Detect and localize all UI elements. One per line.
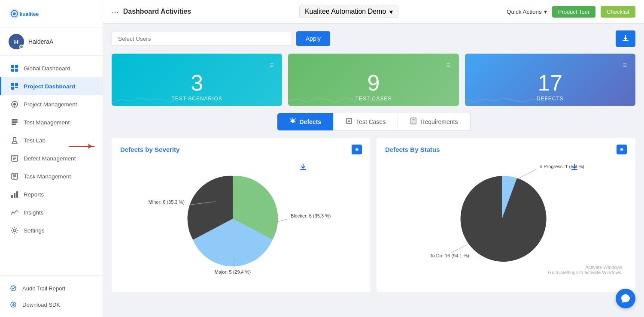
arrow-line — [69, 146, 94, 147]
svg-text:In Progress: 1 (5.9 %): In Progress: 1 (5.9 %) — [538, 164, 584, 169]
tab-requirements-label: Requirements — [420, 118, 458, 125]
download-icon — [622, 34, 629, 42]
quick-actions-label: Quick Actions — [507, 9, 542, 15]
download-button[interactable] — [616, 30, 635, 47]
svg-text:Minor: 6 (35.3 %): Minor: 6 (35.3 %) — [148, 199, 184, 205]
audit-trail-item[interactable]: Audit Trail Report — [0, 280, 103, 296]
severity-chart-title: Defects by Severity — [120, 146, 179, 153]
svg-rect-58 — [300, 169, 306, 170]
kualitee-logo: kualitee — [9, 6, 47, 21]
sidebar-item-project-dashboard[interactable]: Project Dashboard — [0, 77, 103, 95]
svg-line-59 — [515, 169, 536, 180]
sidebar-item-global-dashboard[interactable]: Global Dashboard — [0, 59, 103, 77]
severity-chart-actions: ≡ — [352, 145, 362, 154]
project-selector[interactable]: Kualitee Automation Demo ▾ — [299, 6, 398, 18]
sidebar-item-insights[interactable]: Insights — [0, 203, 103, 221]
insights-icon — [10, 208, 19, 217]
sidebar-logo-area: kualitee — [0, 0, 103, 28]
sidebar-item-project-dashboard-label: Project Dashboard — [24, 83, 75, 90]
quick-actions-button[interactable]: Quick Actions ▾ — [507, 8, 547, 15]
activate-windows-notice: Activate Windows Go to Settings to activ… — [548, 265, 623, 275]
svg-line-41 — [295, 118, 296, 120]
svg-rect-19 — [12, 121, 18, 123]
charts-row: Defects by Severity ≡ — [112, 138, 635, 292]
filter-left: Apply — [112, 31, 611, 46]
sidebar-item-test-lab-label: Test Lab — [24, 137, 46, 144]
document-icon — [410, 118, 417, 124]
sidebar-item-settings-label: Settings — [24, 227, 45, 234]
download-sdk-icon — [9, 300, 18, 309]
sidebar-item-test-management[interactable]: Test Management — [0, 113, 103, 131]
sidebar-item-insights-label: Insights — [24, 209, 44, 216]
svg-rect-6 — [11, 69, 14, 72]
svg-text:Major: 5 (29.4 %): Major: 5 (29.4 %) — [214, 269, 250, 275]
stat-card-test-scenarios: ≡ 3 TEST SCENARIOS — [112, 54, 282, 106]
stat-number-defects: 17 — [474, 72, 627, 94]
svg-line-61 — [450, 245, 468, 253]
chat-bubble[interactable] — [616, 289, 635, 308]
topbar-left: ··· Dashboard Activities — [112, 7, 191, 17]
svg-point-39 — [291, 119, 295, 123]
online-indicator — [19, 45, 24, 49]
global-dashboard-icon — [10, 63, 19, 73]
topbar-right: Quick Actions ▾ Product Tour Checklist — [507, 6, 635, 18]
sidebar-item-task-management-label: Task Management — [24, 173, 71, 180]
chevron-down-icon: ▾ — [389, 8, 393, 16]
svg-rect-5 — [15, 65, 18, 68]
sidebar-item-project-management[interactable]: Project Management — [0, 95, 103, 113]
avatar: H — [9, 34, 24, 49]
tabs-container: Defects Test Cases Requirements — [277, 113, 471, 131]
nav-items: Global Dashboard Project Dashboard Proje… — [0, 56, 103, 275]
sidebar-item-task-management[interactable]: Task Management — [0, 167, 103, 185]
stat-card-filter-icon-2[interactable]: ≡ — [623, 61, 627, 69]
topbar-menu-dots[interactable]: ··· — [112, 7, 119, 17]
sidebar-item-reports[interactable]: Reports — [0, 185, 103, 203]
clipboard-icon — [346, 118, 352, 124]
apply-button[interactable]: Apply — [296, 31, 330, 46]
svg-rect-45 — [346, 118, 352, 124]
svg-rect-10 — [11, 87, 14, 90]
sidebar-item-settings[interactable]: Settings — [0, 221, 103, 239]
reports-icon — [10, 190, 19, 199]
sidebar-item-test-management-label: Test Management — [24, 119, 70, 126]
chart-card-severity: Defects by Severity ≡ — [112, 138, 371, 292]
status-table-icon[interactable]: ≡ — [617, 145, 627, 154]
chart-card-status: Defects By Status ≡ — [377, 138, 635, 292]
project-selector-name: Kualitee Automation Demo — [305, 8, 386, 15]
tab-requirements[interactable]: Requirements — [398, 113, 470, 130]
tab-defects-label: Defects — [300, 118, 322, 125]
sidebar-item-defect-management[interactable]: Defect Management — [0, 149, 103, 167]
checklist-button[interactable]: Checklist — [601, 6, 635, 18]
select-users-input[interactable] — [112, 32, 292, 46]
stat-number-test-scenarios: 3 — [120, 72, 273, 94]
svg-line-44 — [295, 121, 296, 122]
tab-defects[interactable]: Defects — [277, 113, 334, 130]
product-tour-button[interactable]: Product Tour — [552, 6, 595, 18]
topbar-title: Dashboard Activities — [123, 8, 191, 15]
test-lab-icon — [10, 136, 19, 145]
dashboard-body: Apply ≡ 3 TEST SCENARIOS ≡ — [103, 24, 644, 317]
svg-rect-63 — [571, 169, 577, 170]
test-management-icon — [10, 118, 19, 127]
user-section: H HaideraA — [0, 28, 103, 56]
requirements-tab-icon — [410, 118, 417, 126]
settings-icon — [10, 226, 19, 235]
stat-wave-2 — [465, 93, 562, 106]
main-content: ··· Dashboard Activities Kualitee Automa… — [103, 0, 644, 317]
tab-test-cases[interactable]: Test Cases — [334, 113, 398, 130]
svg-rect-4 — [11, 65, 14, 68]
stat-card-filter-icon-1[interactable]: ≡ — [446, 61, 450, 69]
severity-table-icon[interactable]: ≡ — [352, 145, 362, 154]
svg-rect-31 — [11, 195, 13, 198]
stat-card-filter-icon-0[interactable]: ≡ — [270, 61, 273, 69]
svg-text:Blocker: 6 (35.3 %): Blocker: 6 (35.3 %) — [291, 213, 331, 218]
svg-rect-18 — [12, 119, 18, 121]
status-chart-actions: ≡ — [617, 145, 627, 154]
status-pie-container: In Progress: 1 (5.9 %) To Do: 16 (94.1 %… — [385, 159, 627, 279]
status-chart-header: Defects By Status ≡ — [385, 145, 627, 154]
download-sdk-item[interactable]: Download SDK — [0, 296, 103, 313]
test-lab-arrow-annotation — [69, 146, 94, 147]
stat-card-defects: ≡ 17 DEFECTS — [465, 54, 635, 106]
svg-point-34 — [13, 229, 16, 232]
svg-line-43 — [290, 121, 291, 122]
